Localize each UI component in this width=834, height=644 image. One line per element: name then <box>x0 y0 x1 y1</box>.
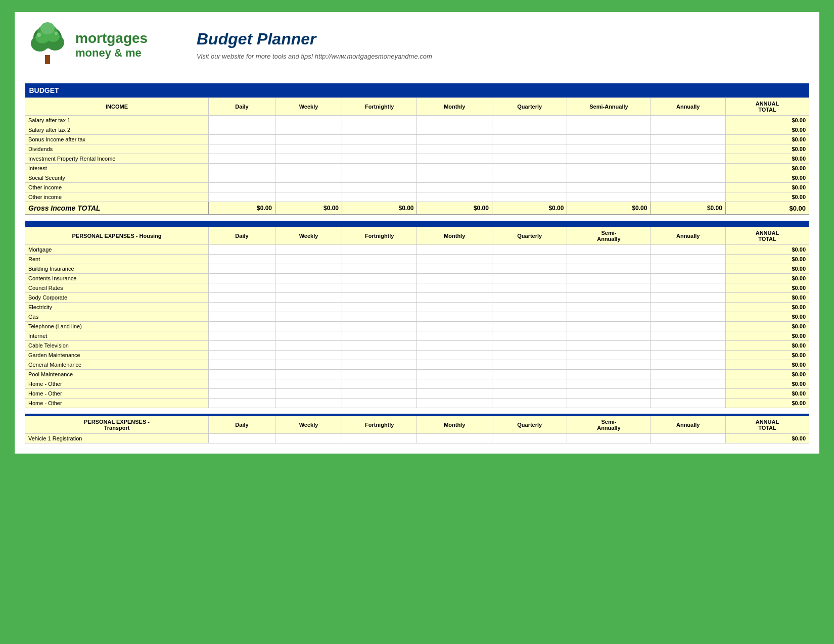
budget-section-header: BUDGET <box>25 83 809 98</box>
col-quarterly: Quarterly <box>492 98 567 116</box>
table-row: Dividends $0.00 <box>25 144 809 154</box>
transport-col-fortnightly: Fortnightly <box>342 416 417 434</box>
svg-point-9 <box>55 32 58 35</box>
housing-col-weekly: Weekly <box>275 227 342 244</box>
housing-col-daily: Daily <box>209 227 275 244</box>
housing-col-quarterly: Quarterly <box>492 227 567 244</box>
income-column-headers: INCOME Daily Weekly Fortnightly Monthly … <box>25 98 809 116</box>
table-row: Vehicle 1 Registration $0.00 <box>25 434 809 443</box>
income-weekly-1[interactable] <box>275 116 342 125</box>
tree-logo-icon <box>25 22 70 68</box>
table-row: Electricity $0.00 <box>25 302 809 312</box>
table-row: Rent $0.00 <box>25 254 809 264</box>
income-header: INCOME <box>25 98 209 116</box>
housing-header: PERSONAL EXPENSES - Housing <box>25 227 209 244</box>
transport-col-weekly: Weekly <box>275 416 342 434</box>
table-row: Cable Television $0.00 <box>25 340 809 350</box>
table-row: Other income $0.00 <box>25 183 809 192</box>
logo-text: mortgages money & me <box>75 30 148 60</box>
col-semi-annually: Semi-Annually <box>567 98 651 116</box>
svg-point-7 <box>40 22 55 34</box>
table-row: General Maintenance $0.00 <box>25 360 809 369</box>
table-row: Mortgage $0.00 <box>25 244 809 254</box>
logo-money: money & me <box>75 46 148 60</box>
table-row: Other income $0.00 <box>25 192 809 202</box>
housing-column-headers: PERSONAL EXPENSES - Housing Daily Weekly… <box>25 227 809 244</box>
transport-col-semi: Semi-Annually <box>567 416 651 434</box>
header: mortgages money & me Budget Planner Visi… <box>25 22 809 73</box>
income-fortnightly-1[interactable] <box>342 116 417 125</box>
income-annual-total-1: $0.00 <box>725 116 809 125</box>
income-row-label: Salary after tax 2 <box>25 125 209 135</box>
vehicle-registration-label: Vehicle 1 Registration <box>25 434 209 443</box>
table-row: Home - Other $0.00 <box>25 388 809 398</box>
table-row: Salary after tax 2 $0.00 <box>25 125 809 135</box>
income-semi-1[interactable] <box>567 116 651 125</box>
table-row: Investment Property Rental Income $0.00 <box>25 154 809 164</box>
table-row: Council Rates $0.00 <box>25 283 809 292</box>
table-row: Interest $0.00 <box>25 164 809 173</box>
table-row: Contents Insurance $0.00 <box>25 273 809 283</box>
table-row: Salary after tax 1 $0.00 <box>25 116 809 125</box>
svg-point-8 <box>37 33 41 37</box>
income-monthly-1[interactable] <box>417 116 492 125</box>
transport-column-headers: PERSONAL EXPENSES -Transport Daily Weekl… <box>25 416 809 434</box>
table-row: Garden Maintenance $0.00 <box>25 350 809 360</box>
gross-income-total-row: Gross Income TOTAL $0.00 $0.00 $0.00 $0.… <box>25 202 809 215</box>
budget-label: BUDGET <box>25 83 809 98</box>
website-text: Visit our website for more tools and tip… <box>197 53 809 60</box>
table-row: Social Security $0.00 <box>25 173 809 183</box>
budget-table: BUDGET INCOME Daily Weekly Fortnightly M… <box>25 83 809 443</box>
table-row: Gas $0.00 <box>25 312 809 321</box>
col-weekly: Weekly <box>275 98 342 116</box>
table-row: Internet $0.00 <box>25 331 809 340</box>
transport-col-annual-total: ANNUALTOTAL <box>725 416 809 434</box>
logo-mortgages: mortgages <box>75 30 148 46</box>
transport-header: PERSONAL EXPENSES -Transport <box>25 416 209 434</box>
housing-label <box>25 221 809 227</box>
table-row: Bonus Income after tax $0.00 <box>25 135 809 144</box>
table-row: Home - Other $0.00 <box>25 398 809 408</box>
housing-col-annual-total: ANNUALTOTAL <box>725 227 809 244</box>
page: mortgages money & me Budget Planner Visi… <box>13 10 821 456</box>
col-daily: Daily <box>209 98 275 116</box>
col-monthly: Monthly <box>417 98 492 116</box>
transport-col-annually: Annually <box>651 416 725 434</box>
col-annually: Annually <box>651 98 725 116</box>
spacer <box>25 215 809 221</box>
col-annual-total: ANNUALTOTAL <box>725 98 809 116</box>
income-quarterly-1[interactable] <box>492 116 567 125</box>
housing-section-header <box>25 221 809 227</box>
income-annually-1[interactable] <box>651 116 725 125</box>
table-row: Body Corporate $0.00 <box>25 292 809 302</box>
page-title: Budget Planner <box>197 30 809 48</box>
gross-income-total-label: Gross Income TOTAL <box>25 202 209 215</box>
logo-area: mortgages money & me <box>25 22 187 68</box>
spacer <box>25 408 809 414</box>
housing-col-monthly: Monthly <box>417 227 492 244</box>
vehicle-registration-total: $0.00 <box>725 434 809 443</box>
housing-col-annually: Annually <box>651 227 725 244</box>
housing-col-fortnightly: Fortnightly <box>342 227 417 244</box>
transport-col-monthly: Monthly <box>417 416 492 434</box>
col-fortnightly: Fortnightly <box>342 98 417 116</box>
svg-rect-0 <box>45 55 50 64</box>
table-row: Building Insurance $0.00 <box>25 264 809 273</box>
housing-col-semi: Semi-Annually <box>567 227 651 244</box>
table-row: Home - Other $0.00 <box>25 379 809 388</box>
transport-col-quarterly: Quarterly <box>492 416 567 434</box>
table-row: Pool Maintenance $0.00 <box>25 369 809 379</box>
income-row-label: Salary after tax 1 <box>25 116 209 125</box>
income-daily-1[interactable] <box>209 116 275 125</box>
title-area: Budget Planner Visit our website for mor… <box>187 30 809 60</box>
table-row: Telephone (Land line) $0.00 <box>25 321 809 331</box>
transport-col-daily: Daily <box>209 416 275 434</box>
